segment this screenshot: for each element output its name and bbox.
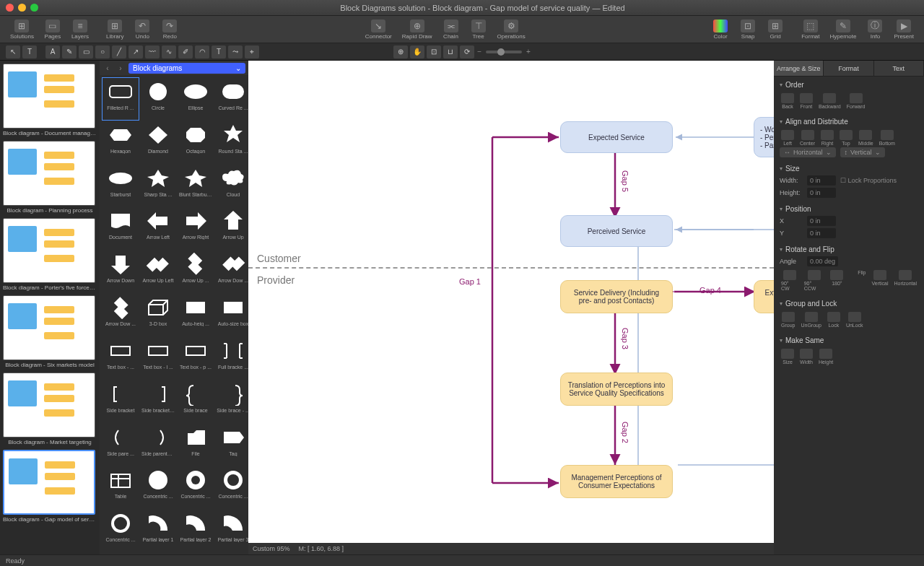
zoom-out-icon[interactable]: −: [477, 48, 481, 56]
shapes-back-icon[interactable]: ‹: [103, 63, 113, 73]
shape-item[interactable]: Partial layer 2: [178, 510, 214, 552]
shape-item[interactable]: Full bracke ...: [215, 337, 248, 379]
snap-button[interactable]: ⊡Snap: [735, 18, 761, 41]
shape-item[interactable]: Side pare ...: [103, 424, 139, 466]
management-node[interactable]: Management Perceptions of Consumer Expec…: [560, 465, 673, 498]
same-height-button[interactable]: Height: [817, 347, 834, 366]
expected-service-node[interactable]: Expected Service: [560, 121, 673, 153]
tab-format[interactable]: Format: [824, 61, 873, 76]
shape-item[interactable]: Arrow Up Left: [140, 251, 176, 292]
shape-item[interactable]: Auto-size box: [215, 294, 248, 336]
height-field[interactable]: 0 in: [807, 188, 836, 198]
size-header[interactable]: Size: [780, 165, 918, 173]
redo-button[interactable]: ↷Redo: [157, 18, 183, 41]
solutions-button[interactable]: ⊞Solutions: [6, 18, 38, 41]
line-tool[interactable]: ╱: [112, 45, 126, 58]
tree-button[interactable]: ⊤Tree: [466, 18, 492, 41]
order-front-button[interactable]: Front: [798, 92, 814, 110]
connect-tool[interactable]: ⤳: [228, 45, 243, 58]
shape-item[interactable]: Side brace - ...: [215, 380, 248, 422]
page-preview[interactable]: Block diagram - Six markets model: [3, 295, 97, 368]
rotate-tool[interactable]: ⟳: [460, 45, 474, 58]
width-field[interactable]: 0 in: [807, 175, 836, 186]
arrow-tool[interactable]: ↗: [128, 45, 143, 58]
y-field[interactable]: 0 in: [807, 228, 836, 238]
shape-item[interactable]: 3-D box: [140, 294, 176, 336]
zoom-tool[interactable]: ⊕: [393, 45, 408, 58]
present-button[interactable]: ▶Present: [889, 18, 918, 41]
arc-tool[interactable]: ◠: [195, 45, 209, 58]
shape-item[interactable]: Round Sta ...: [215, 121, 248, 163]
makesame-header[interactable]: Make Same: [780, 336, 918, 344]
shape-item[interactable]: Ellipse: [178, 78, 214, 120]
shape-item[interactable]: Tag: [215, 424, 248, 466]
perceived-service-node[interactable]: Perceived Service: [560, 215, 673, 247]
page-preview[interactable]: Block diagram - Document management...: [3, 64, 97, 136]
shape-item[interactable]: Hexagon: [103, 121, 139, 163]
group-header[interactable]: Group and Lock: [780, 300, 918, 308]
hypernote-button[interactable]: ✎Hypernote: [826, 18, 861, 41]
shape-item[interactable]: Document: [103, 207, 139, 249]
shape-item[interactable]: Arrow Down: [103, 251, 139, 292]
align-center-button[interactable]: Center: [798, 129, 816, 147]
grid-button[interactable]: ⊞Grid: [762, 18, 788, 41]
shape-item[interactable]: Curved Re ...: [215, 78, 248, 120]
distribute-vert-select[interactable]: ↕ Vertical ⌄: [840, 147, 885, 157]
canvas[interactable]: Customer Provider Gap 1 Gap 5 Gap 4 Gap …: [248, 61, 774, 543]
shape-item[interactable]: Cloud: [215, 165, 248, 206]
shape-item[interactable]: Concentric ...: [178, 466, 214, 508]
zoom-slider[interactable]: [486, 51, 522, 53]
bezier-tool[interactable]: ∿: [162, 45, 176, 58]
unlock-button[interactable]: UnLock: [845, 310, 865, 329]
pen-tool[interactable]: ✎: [62, 45, 77, 58]
shape-item[interactable]: Table: [103, 466, 139, 508]
minimize-window-icon[interactable]: [18, 4, 26, 12]
shape-item[interactable]: Text box - p ...: [178, 337, 214, 379]
shape-item[interactable]: Blunt Starburst: [178, 165, 214, 206]
curve-tool[interactable]: 〰: [145, 45, 160, 58]
rapiddraw-button[interactable]: ⊕Rapid Draw: [398, 18, 437, 41]
page-preview[interactable]: Block diagram - Porter's five forces mod…: [3, 218, 97, 291]
shape-item[interactable]: Side bracket ...: [140, 380, 176, 422]
pointer-tool[interactable]: ↖: [6, 45, 20, 58]
shape-item[interactable]: Side bracket: [103, 380, 139, 422]
layers-button[interactable]: ≡Layers: [67, 18, 93, 41]
page-preview[interactable]: Block diagram - Planning process: [3, 141, 97, 214]
shape-item[interactable]: Concentric ...: [215, 466, 248, 508]
shape-item[interactable]: Side brace: [178, 380, 214, 422]
shape-item[interactable]: Arrow Dow ...: [215, 251, 248, 292]
pages-button[interactable]: ▭Pages: [40, 18, 66, 41]
rotate-ccw-button[interactable]: 90° CCW: [803, 269, 827, 292]
angle-field[interactable]: 0.00 deg: [807, 256, 838, 266]
chain-button[interactable]: ⫘Chain: [438, 18, 464, 41]
shape-item[interactable]: Diamond: [140, 121, 176, 163]
info-button[interactable]: ⓘInfo: [862, 18, 888, 41]
lock-button[interactable]: Lock: [826, 310, 842, 329]
hand-tool[interactable]: ✋: [410, 45, 424, 58]
fit-tool[interactable]: ⊡: [427, 45, 441, 58]
align-top-button[interactable]: Top: [838, 129, 854, 147]
flip-horiz-button[interactable]: Horizontal: [892, 269, 918, 292]
shape-item[interactable]: Arrow Left: [140, 207, 176, 249]
ellipse-tool[interactable]: ○: [95, 45, 110, 58]
crop-tool[interactable]: ⊔: [443, 45, 458, 58]
shape-item[interactable]: File: [178, 424, 214, 466]
font-tool[interactable]: A: [45, 45, 60, 58]
rotate-header[interactable]: Rotate and Flip: [780, 245, 918, 253]
external-comm-node[interactable]: External Communications to Consumers: [754, 280, 774, 313]
order-backward-button[interactable]: Backward: [817, 92, 842, 110]
color-button[interactable]: Color: [707, 18, 733, 41]
shape-item[interactable]: Concentric ...: [103, 510, 139, 552]
shape-item[interactable]: Partial layer 1: [140, 510, 176, 552]
shape-item[interactable]: Partial layer 3: [215, 510, 248, 552]
service-delivery-node[interactable]: Service Delivery (Including pre- and pos…: [560, 280, 673, 313]
ungroup-button[interactable]: UnGroup: [799, 310, 822, 329]
shape-item[interactable]: Side parenth ...: [140, 424, 176, 466]
shape-item[interactable]: Text box - ...: [103, 337, 139, 379]
operations-button[interactable]: ⚙Operations: [493, 18, 530, 41]
connector-button[interactable]: ↘Connector: [361, 18, 396, 41]
shape-item[interactable]: Starburst: [103, 165, 139, 206]
shapes-fwd-icon[interactable]: ›: [116, 63, 126, 73]
rect-tool[interactable]: ▭: [79, 45, 93, 58]
align-middle-button[interactable]: Middle: [857, 129, 875, 147]
